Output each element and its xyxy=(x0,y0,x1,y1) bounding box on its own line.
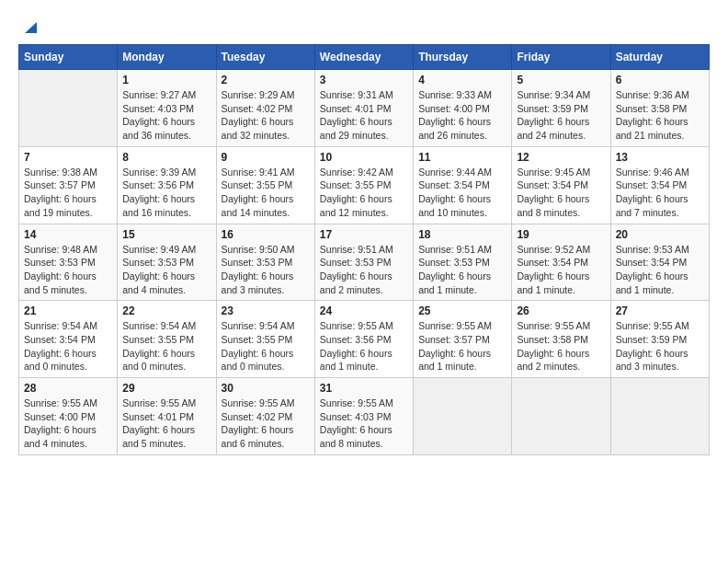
week-row-1: 1Sunrise: 9:27 AMSunset: 4:03 PMDaylight… xyxy=(19,70,710,147)
day-info: Sunrise: 9:45 AMSunset: 3:54 PMDaylight:… xyxy=(517,166,605,220)
day-cell: 24Sunrise: 9:55 AMSunset: 3:56 PMDayligh… xyxy=(314,301,413,378)
day-info: Sunrise: 9:33 AMSunset: 4:00 PMDaylight:… xyxy=(418,88,506,143)
day-cell: 26Sunrise: 9:55 AMSunset: 3:58 PMDayligh… xyxy=(512,301,610,378)
day-info: Sunrise: 9:54 AMSunset: 3:55 PMDaylight:… xyxy=(122,319,210,373)
day-number: 25 xyxy=(418,304,506,317)
day-cell: 18Sunrise: 9:51 AMSunset: 3:53 PMDayligh… xyxy=(414,224,512,301)
week-row-2: 7Sunrise: 9:38 AMSunset: 3:57 PMDaylight… xyxy=(19,146,710,224)
day-cell: 25Sunrise: 9:55 AMSunset: 3:57 PMDayligh… xyxy=(414,301,512,378)
weekday-header-saturday: Saturday xyxy=(610,45,709,70)
day-cell: 4Sunrise: 9:33 AMSunset: 4:00 PMDaylight… xyxy=(414,70,512,147)
week-row-4: 21Sunrise: 9:54 AMSunset: 3:54 PMDayligh… xyxy=(19,301,710,378)
day-number: 17 xyxy=(320,228,408,241)
page-header xyxy=(18,18,710,35)
day-number: 1 xyxy=(122,74,210,86)
day-number: 10 xyxy=(320,151,408,164)
day-number: 11 xyxy=(418,151,506,164)
day-number: 19 xyxy=(517,228,605,241)
day-number: 27 xyxy=(616,304,704,317)
day-cell: 6Sunrise: 9:36 AMSunset: 3:58 PMDaylight… xyxy=(610,70,709,147)
day-info: Sunrise: 9:49 AMSunset: 3:53 PMDaylight:… xyxy=(122,243,210,297)
day-number: 5 xyxy=(517,74,605,86)
day-number: 9 xyxy=(222,151,310,164)
day-cell: 13Sunrise: 9:46 AMSunset: 3:54 PMDayligh… xyxy=(610,146,709,224)
day-number: 13 xyxy=(616,151,704,164)
day-info: Sunrise: 9:54 AMSunset: 3:55 PMDaylight:… xyxy=(222,319,310,373)
day-number: 2 xyxy=(222,74,310,86)
day-number: 26 xyxy=(517,304,605,317)
day-number: 15 xyxy=(122,228,210,241)
day-info: Sunrise: 9:54 AMSunset: 3:54 PMDaylight:… xyxy=(24,319,112,373)
day-info: Sunrise: 9:55 AMSunset: 3:59 PMDaylight:… xyxy=(616,319,704,373)
day-info: Sunrise: 9:50 AMSunset: 3:53 PMDaylight:… xyxy=(222,243,310,297)
day-number: 30 xyxy=(222,382,310,395)
day-info: Sunrise: 9:29 AMSunset: 4:02 PMDaylight:… xyxy=(222,88,310,143)
day-cell: 30Sunrise: 9:55 AMSunset: 4:02 PMDayligh… xyxy=(216,378,314,455)
day-cell: 29Sunrise: 9:55 AMSunset: 4:01 PMDayligh… xyxy=(118,378,216,455)
day-number: 18 xyxy=(418,228,506,241)
day-info: Sunrise: 9:36 AMSunset: 3:58 PMDaylight:… xyxy=(616,88,704,143)
day-info: Sunrise: 9:51 AMSunset: 3:53 PMDaylight:… xyxy=(320,243,408,297)
logo-icon xyxy=(20,18,37,35)
day-info: Sunrise: 9:55 AMSunset: 4:03 PMDaylight:… xyxy=(320,396,408,451)
day-cell: 17Sunrise: 9:51 AMSunset: 3:53 PMDayligh… xyxy=(314,224,413,301)
day-cell: 15Sunrise: 9:49 AMSunset: 3:53 PMDayligh… xyxy=(118,224,216,301)
day-number: 23 xyxy=(222,304,310,317)
weekday-header-friday: Friday xyxy=(512,45,610,70)
weekday-header-monday: Monday xyxy=(118,45,216,70)
day-number: 7 xyxy=(24,151,112,164)
day-number: 8 xyxy=(122,151,210,164)
day-cell: 11Sunrise: 9:44 AMSunset: 3:54 PMDayligh… xyxy=(414,146,512,224)
day-cell: 28Sunrise: 9:55 AMSunset: 4:00 PMDayligh… xyxy=(19,378,118,455)
day-cell: 9Sunrise: 9:41 AMSunset: 3:55 PMDaylight… xyxy=(216,146,314,224)
day-cell: 31Sunrise: 9:55 AMSunset: 4:03 PMDayligh… xyxy=(314,378,413,455)
day-cell xyxy=(414,378,512,455)
day-cell: 22Sunrise: 9:54 AMSunset: 3:55 PMDayligh… xyxy=(118,301,216,378)
day-info: Sunrise: 9:48 AMSunset: 3:53 PMDaylight:… xyxy=(24,243,112,297)
day-number: 3 xyxy=(320,74,408,86)
day-number: 6 xyxy=(616,74,704,86)
day-info: Sunrise: 9:42 AMSunset: 3:55 PMDaylight:… xyxy=(320,166,408,220)
day-cell: 5Sunrise: 9:34 AMSunset: 3:59 PMDaylight… xyxy=(512,70,610,147)
day-cell: 10Sunrise: 9:42 AMSunset: 3:55 PMDayligh… xyxy=(314,146,413,224)
day-info: Sunrise: 9:55 AMSunset: 4:00 PMDaylight:… xyxy=(24,396,112,451)
day-info: Sunrise: 9:34 AMSunset: 3:59 PMDaylight:… xyxy=(517,88,605,143)
day-cell: 3Sunrise: 9:31 AMSunset: 4:01 PMDaylight… xyxy=(314,70,413,147)
week-row-5: 28Sunrise: 9:55 AMSunset: 4:00 PMDayligh… xyxy=(19,378,710,455)
day-info: Sunrise: 9:38 AMSunset: 3:57 PMDaylight:… xyxy=(24,166,112,220)
day-info: Sunrise: 9:46 AMSunset: 3:54 PMDaylight:… xyxy=(616,166,704,220)
day-number: 28 xyxy=(24,382,112,395)
day-cell: 23Sunrise: 9:54 AMSunset: 3:55 PMDayligh… xyxy=(216,301,314,378)
day-cell xyxy=(19,70,118,147)
day-number: 20 xyxy=(616,228,704,241)
day-cell: 27Sunrise: 9:55 AMSunset: 3:59 PMDayligh… xyxy=(610,301,709,378)
day-info: Sunrise: 9:52 AMSunset: 3:54 PMDaylight:… xyxy=(517,243,605,297)
day-cell: 8Sunrise: 9:39 AMSunset: 3:56 PMDaylight… xyxy=(118,146,216,224)
day-info: Sunrise: 9:55 AMSunset: 3:58 PMDaylight:… xyxy=(517,319,605,373)
day-cell: 20Sunrise: 9:53 AMSunset: 3:54 PMDayligh… xyxy=(610,224,709,301)
day-number: 14 xyxy=(24,228,112,241)
day-number: 16 xyxy=(222,228,310,241)
day-cell: 14Sunrise: 9:48 AMSunset: 3:53 PMDayligh… xyxy=(19,224,118,301)
day-info: Sunrise: 9:55 AMSunset: 4:02 PMDaylight:… xyxy=(222,396,310,451)
day-info: Sunrise: 9:55 AMSunset: 3:56 PMDaylight:… xyxy=(320,319,408,373)
day-info: Sunrise: 9:55 AMSunset: 4:01 PMDaylight:… xyxy=(122,396,210,451)
day-cell: 12Sunrise: 9:45 AMSunset: 3:54 PMDayligh… xyxy=(512,146,610,224)
day-cell xyxy=(610,378,709,455)
day-info: Sunrise: 9:53 AMSunset: 3:54 PMDaylight:… xyxy=(616,243,704,297)
day-number: 31 xyxy=(320,382,408,395)
svg-marker-0 xyxy=(25,22,37,33)
weekday-header-tuesday: Tuesday xyxy=(216,45,314,70)
day-cell: 16Sunrise: 9:50 AMSunset: 3:53 PMDayligh… xyxy=(216,224,314,301)
weekday-header-row: SundayMondayTuesdayWednesdayThursdayFrid… xyxy=(19,45,710,70)
day-info: Sunrise: 9:27 AMSunset: 4:03 PMDaylight:… xyxy=(122,88,210,143)
day-number: 24 xyxy=(320,304,408,317)
day-number: 12 xyxy=(517,151,605,164)
day-info: Sunrise: 9:31 AMSunset: 4:01 PMDaylight:… xyxy=(320,88,408,143)
day-number: 29 xyxy=(122,382,210,395)
day-cell: 1Sunrise: 9:27 AMSunset: 4:03 PMDaylight… xyxy=(118,70,216,147)
week-row-3: 14Sunrise: 9:48 AMSunset: 3:53 PMDayligh… xyxy=(19,224,710,301)
day-cell: 2Sunrise: 9:29 AMSunset: 4:02 PMDaylight… xyxy=(216,70,314,147)
logo xyxy=(18,18,37,35)
day-cell: 21Sunrise: 9:54 AMSunset: 3:54 PMDayligh… xyxy=(19,301,118,378)
